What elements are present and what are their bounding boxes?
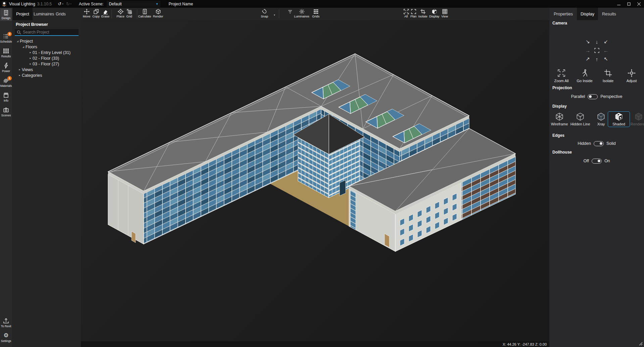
adjust-move-icon [628,69,636,77]
tree-node-label: Project [20,39,33,44]
tab-grids[interactable]: Grids [52,8,69,20]
camera-arrow-up-icon[interactable]: ↑ [592,55,601,63]
tool-label: Snap [261,15,268,18]
project-tree: ◢ Project ◢ Floors ▸ 01 - Entry Level (3… [12,38,81,78]
sidebar-item-label: Materials [0,84,12,88]
zoom-all-button[interactable]: Zoom All [551,69,572,83]
display-mode-xray[interactable]: Xray [591,112,611,126]
tree-node-floors[interactable]: ◢ Floors [12,44,81,50]
isolate-camera-button[interactable]: Isolate [598,69,618,83]
camera-arrow-down-icon[interactable]: ↓ [592,37,601,46]
shaded-cube-icon [432,9,437,14]
viewport-3d[interactable]: X: 44.26 Y: -247.83 Z: 0.00 [81,20,549,347]
camera-button-label: Isolate [603,79,613,83]
undo-icon[interactable]: ↺ [58,1,61,6]
erase-tool-button[interactable]: Erase [98,8,113,20]
sidebar-item-scenes[interactable]: Scenes [0,106,12,118]
project-name: Project Name [168,2,193,6]
caret-collapsed-icon[interactable]: ▸ [29,57,32,60]
display-mode-label: Hidden Line [571,122,590,126]
adjust-button[interactable]: Adjust [621,69,642,83]
edges-hidden-label: Hidden [578,141,591,146]
schedule-badge: 3 [7,32,12,36]
display-mode-label: Rendered [631,122,644,126]
undo-dropdown-caret[interactable]: ▾ [62,3,63,5]
tab-results[interactable]: Results [598,8,620,20]
maximize-button[interactable] [624,0,634,8]
display-mode-wireframe[interactable]: Wireframe [549,112,569,126]
search-input[interactable]: Search Project [15,29,79,36]
display-mode-hidden-line[interactable]: Hidden Line [570,112,590,126]
caret-expanded-icon[interactable]: ◢ [21,46,25,48]
wireframe-cube-icon [555,112,564,121]
luminaires-visibility-button[interactable]: Luminaires [294,8,309,20]
dollhouse-off-label: Off [583,159,589,163]
display-mode-shaded[interactable]: Shaded [609,112,629,126]
close-icon [637,2,641,6]
tree-node-floor-03[interactable]: ▸ 03 - Floor (27) [12,61,81,67]
camera-arrow-up-left-icon[interactable]: ↖ [601,55,610,63]
crop-icon [420,9,426,14]
grid-squares-icon [3,48,9,54]
camera-icon [3,107,9,113]
title-bar: Visual Lighting 3.1.10.5 ↺▾ ↻▾ Active Sc… [0,0,644,8]
camera-arrow-right-icon[interactable]: → [583,46,592,55]
grid-tool-button[interactable]: Grid [121,8,137,20]
hidden-line-cube-icon [576,112,585,121]
projection-toggle[interactable] [588,94,598,99]
building-model[interactable] [81,20,549,341]
sidebar-item-label: Power [2,69,10,73]
go-inside-button[interactable]: Go Inside [574,69,595,83]
snap-dropdown-caret[interactable]: ▾ [274,14,275,16]
caret-collapsed-icon[interactable]: ▸ [18,68,21,71]
dollhouse-toggle[interactable] [592,159,602,164]
tree-node-label: Floors [26,45,37,49]
camera-arrow-up-right-icon[interactable]: ↗ [583,55,592,63]
snap-tool-button[interactable]: Snap [257,8,272,20]
tree-node-categories[interactable]: ▸ Categories [12,72,81,78]
sidebar-item-schedule[interactable]: 3 Schedule [0,32,12,44]
sidebar-item-power[interactable]: Power [0,61,12,74]
sidebar-item-results[interactable]: Results [0,47,12,59]
camera-arrow-down-right-icon[interactable]: ↘ [583,37,592,46]
display-mode-rendered[interactable]: Rendered [629,112,644,126]
redo-dropdown-caret[interactable]: ▾ [70,3,72,5]
caret-collapsed-icon[interactable]: ▸ [29,51,32,54]
camera-center-icon[interactable] [592,46,601,55]
tree-node-floor-02[interactable]: ▸ 02 - Floor (33) [12,55,81,61]
grids-visibility-button[interactable]: Grids [308,8,324,20]
caret-collapsed-icon[interactable]: ▸ [18,74,21,77]
tab-label: Grids [56,12,66,16]
tab-properties[interactable]: Properties [550,8,577,20]
sidebar-item-to-revit[interactable]: To Revit [0,316,12,329]
tree-node-project[interactable]: ◢ Project [12,38,81,44]
active-scene-select[interactable]: Default ▼ [107,1,160,7]
caret-expanded-icon[interactable]: ◢ [16,40,19,43]
edges-toggle[interactable] [594,141,604,146]
panel-title: Project Browser [16,22,48,27]
camera-arrow-down-left-icon[interactable]: ↙ [601,37,610,46]
resize-grip-icon[interactable] [638,341,643,346]
sidebar-item-info[interactable]: Info [0,91,12,103]
walking-person-icon [581,69,589,77]
sidebar-item-materials[interactable]: 1 Materials [0,76,12,89]
tree-node-views[interactable]: ▸ Views [12,67,81,72]
sidebar-item-design[interactable]: Design [0,8,12,21]
tree-node-floor-01[interactable]: ▸ 01 - Entry Level (31) [12,50,81,55]
camera-arrow-left-icon[interactable]: ← [601,46,610,55]
tool-label: Erase [101,15,109,18]
eraser-icon [103,9,108,14]
redo-icon[interactable]: ↻ [66,1,70,6]
view-table-button[interactable]: View [437,8,452,20]
tab-project[interactable]: Project [13,8,33,20]
dollhouse-toggle-row: OffOn [549,159,644,164]
minimize-button[interactable] [614,0,624,8]
sidebar-item-label: Schedule [0,40,12,43]
close-button[interactable] [634,0,644,8]
tab-label: Luminaires [34,12,54,16]
sidebar-item-settings[interactable]: ⚙ Settings [0,331,12,344]
caret-collapsed-icon[interactable]: ▸ [29,62,32,65]
tab-display[interactable]: Display [577,8,598,20]
render-tool-button[interactable]: Render [150,8,166,20]
tool-label: Grid [126,15,132,18]
